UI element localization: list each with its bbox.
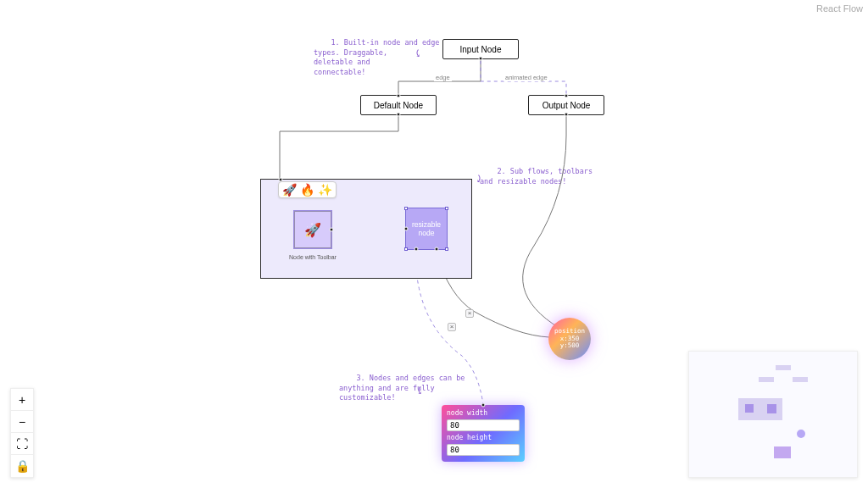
- handle-source[interactable]: [397, 113, 401, 117]
- minimap-node: [759, 377, 774, 382]
- zoom-in-button[interactable]: +: [11, 389, 33, 411]
- resize-handle[interactable]: [404, 247, 408, 251]
- resize-handle[interactable]: [404, 207, 408, 210]
- output-node[interactable]: Output Node: [528, 95, 604, 115]
- flow-canvas[interactable]: React Flow 1. Built-in node and edge typ…: [0, 0, 868, 488]
- handle-source[interactable]: [415, 247, 419, 252]
- minimap[interactable]: [688, 351, 858, 478]
- attribution: React Flow: [816, 3, 863, 14]
- annotation-1-arrow-icon: ⤹: [414, 47, 422, 59]
- minimap-node: [774, 446, 791, 458]
- circle-y: y:500: [560, 342, 580, 350]
- fit-view-button[interactable]: ⛶: [11, 433, 33, 455]
- annotation-1: 1. Built-in node and edge types. Draggab…: [314, 29, 439, 87]
- handle-source[interactable]: [435, 247, 439, 252]
- handle-target[interactable]: [404, 227, 409, 231]
- node-label: Output Node: [542, 101, 591, 110]
- annotation-2-arrow-icon: ⤹: [475, 173, 483, 185]
- default-node[interactable]: Default Node: [360, 95, 437, 115]
- minimap-node: [793, 377, 808, 382]
- toolbar-node[interactable]: 🚀: [293, 210, 332, 249]
- toolbar-node-emoji: 🚀: [304, 222, 321, 238]
- edge-label-edge: edge: [434, 74, 452, 81]
- controls-panel: + − ⛶ 🔒: [10, 388, 34, 478]
- node-label: resizable node: [412, 220, 441, 237]
- input-node[interactable]: Input Node: [442, 39, 519, 59]
- toolbar-sparkle-icon[interactable]: ✨: [318, 184, 332, 196]
- handle-source[interactable]: [330, 228, 334, 232]
- minimap-node: [767, 404, 776, 413]
- handle-source[interactable]: [479, 57, 483, 61]
- toolbar-fire-icon[interactable]: 🔥: [300, 184, 314, 196]
- width-label: node width: [447, 409, 520, 417]
- edge-label-animated: animated edge: [504, 74, 549, 81]
- minimap-node: [745, 404, 754, 413]
- handle-source[interactable]: [565, 113, 569, 117]
- node-toolbar[interactable]: 🚀 🔥 ✨: [278, 181, 337, 198]
- resizable-node[interactable]: resizable node: [405, 208, 448, 250]
- edge-delete-button[interactable]: ×: [465, 309, 474, 318]
- handle-target[interactable]: [565, 94, 569, 98]
- minimap-node: [797, 430, 805, 438]
- node-label: Input Node: [460, 45, 502, 54]
- annotation-3-arrow-icon: ⤹: [415, 385, 424, 396]
- minimap-node: [776, 365, 791, 370]
- circle-node[interactable]: position x:350 y:500: [548, 318, 591, 360]
- zoom-out-button[interactable]: −: [11, 411, 33, 433]
- toolbar-rocket-icon[interactable]: 🚀: [282, 184, 297, 196]
- handle-target[interactable]: [481, 403, 486, 408]
- form-node[interactable]: node width node height: [442, 405, 525, 462]
- edge-delete-button[interactable]: ×: [448, 323, 456, 331]
- resize-handle[interactable]: [445, 247, 448, 251]
- width-input[interactable]: [447, 419, 520, 431]
- node-label: Default Node: [374, 101, 423, 110]
- lock-button[interactable]: 🔒: [11, 455, 33, 477]
- handle-target[interactable]: [397, 94, 401, 98]
- resize-handle[interactable]: [445, 207, 448, 210]
- height-input[interactable]: [447, 444, 520, 456]
- height-label: node height: [447, 434, 520, 441]
- toolbar-node-caption: Node with Toolbar: [284, 254, 342, 260]
- annotation-2: 2. Sub flows, toolbars and resizable nod…: [480, 158, 593, 197]
